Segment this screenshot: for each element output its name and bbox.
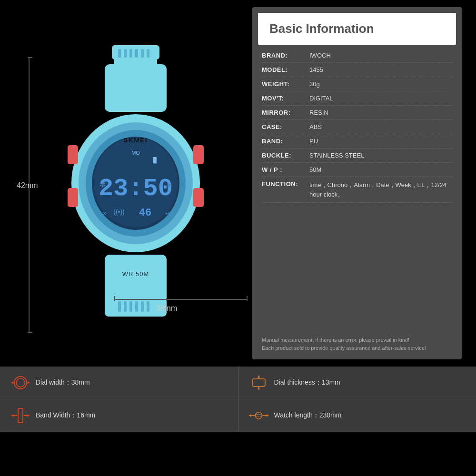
svg-text:MO: MO [131, 150, 140, 156]
info-panel: Basic Information BRAND: IWOCH MODEL: 14… [252, 7, 462, 359]
svg-text:✼: ✼ [99, 180, 106, 188]
brand-value: IWOCH [309, 52, 452, 59]
height-label: 42mm [17, 181, 38, 190]
svg-rect-36 [147, 301, 149, 312]
svg-rect-10 [68, 145, 78, 164]
movt-value: DIGITAL [309, 95, 452, 102]
svg-rect-5 [135, 49, 138, 58]
svg-rect-28 [105, 255, 167, 302]
svg-marker-47 [257, 388, 259, 390]
svg-text:↵: ↵ [165, 210, 170, 217]
svg-point-53 [255, 412, 262, 419]
specs-row-2: Band Width：16mm Watch length：230mm [0, 399, 476, 432]
watch-length-text: Watch length：230mm [274, 411, 342, 420]
svg-rect-34 [135, 301, 138, 312]
disclaimer-line1: Manual measurement, if there is an error… [262, 336, 452, 345]
buckle-row: BUCKLE: STAINLESS STEEL [262, 149, 452, 163]
svg-point-38 [16, 378, 25, 387]
watch-image-area: MO ▐▌ 23:50 ((•)) 46 ✼ ▶ ✕ ↵ SKMEI [52, 36, 219, 331]
dial-width-text: Dial width：38mm [36, 378, 90, 387]
dial-thickness-icon [248, 373, 269, 392]
case-value: ABS [309, 123, 452, 130]
svg-marker-42 [28, 381, 30, 384]
function-value: time，Chrono，Alarm，Date，Week，EL，12/24 hou… [309, 180, 452, 199]
height-measurement-line [29, 57, 30, 333]
model-label: MODEL: [262, 66, 309, 73]
svg-text:SKMEI: SKMEI [123, 137, 148, 144]
dial-width-icon [10, 373, 31, 392]
watch-length-icon [248, 406, 269, 425]
mirror-label: MIRROR: [262, 109, 309, 116]
band-value: PU [309, 138, 452, 145]
disclaimer: Manual measurement, if there is an error… [252, 331, 462, 359]
svg-text:46: 46 [139, 207, 151, 219]
svg-text:23:50: 23:50 [99, 175, 173, 203]
wp-value: 50M [309, 166, 452, 173]
svg-rect-43 [252, 379, 265, 387]
specs-bar: Dial width：38mm Dial thickness：13mm [0, 367, 476, 432]
svg-rect-31 [118, 301, 121, 312]
band-width-cell: Band Width：16mm [0, 399, 238, 432]
function-label: FUNCTION: [262, 180, 309, 188]
function-row: FUNCTION: time，Chrono，Alarm，Date，Week，EL… [262, 177, 452, 203]
svg-marker-52 [27, 414, 30, 417]
svg-rect-3 [124, 49, 127, 58]
svg-marker-45 [257, 376, 259, 378]
svg-rect-8 [105, 64, 167, 112]
wp-label: W / P : [262, 166, 309, 173]
movt-label: MOV'T: [262, 95, 309, 102]
brand-label: BRAND: [262, 52, 309, 59]
band-width-icon [10, 406, 31, 425]
svg-rect-2 [118, 49, 121, 58]
dial-thickness-cell: Dial thickness：13mm [238, 367, 476, 399]
svg-rect-6 [141, 49, 144, 58]
wp-row: W / P : 50M [262, 163, 452, 177]
brand-row: BRAND: IWOCH [262, 49, 452, 63]
buckle-value: STAINLESS STEEL [309, 152, 452, 159]
width-measurement-line [114, 299, 248, 300]
svg-text:▐▌: ▐▌ [151, 157, 159, 164]
svg-rect-12 [193, 145, 204, 164]
model-row: MODEL: 1455 [262, 63, 452, 77]
watch-section: 42mm [0, 0, 252, 367]
info-header: Basic Information [258, 13, 456, 45]
movt-row: MOV'T: DIGITAL [262, 91, 452, 106]
specs-row-1: Dial width：38mm Dial thickness：13mm [0, 367, 476, 399]
svg-marker-40 [11, 381, 13, 384]
svg-rect-33 [129, 301, 132, 312]
svg-rect-11 [68, 188, 78, 207]
band-row: BAND: PU [262, 134, 452, 149]
buckle-label: BUCKLE: [262, 152, 309, 159]
svg-text:✕: ✕ [102, 210, 107, 217]
svg-marker-58 [266, 414, 268, 416]
watch-length-cell: Watch length：230mm [238, 399, 476, 432]
weight-value: 30g [309, 80, 452, 88]
svg-rect-4 [129, 49, 132, 58]
svg-text:WR 50M: WR 50M [122, 270, 149, 278]
svg-rect-54 [256, 414, 262, 416]
mirror-value: RESIN [309, 109, 452, 116]
svg-rect-13 [193, 188, 204, 207]
width-label: 38mm [156, 304, 177, 313]
svg-rect-35 [141, 301, 144, 312]
basic-info-title: Basic Information [269, 21, 445, 36]
disclaimer-line2: Each product sold to provide quality ass… [262, 344, 452, 353]
svg-text:▶: ▶ [168, 181, 172, 188]
case-label: CASE: [262, 123, 309, 130]
band-width-text: Band Width：16mm [36, 411, 95, 420]
watch-svg: MO ▐▌ 23:50 ((•)) 46 ✼ ▶ ✕ ↵ SKMEI [57, 40, 214, 326]
weight-row: WEIGHT: 30g [262, 77, 452, 91]
model-value: 1455 [309, 66, 452, 73]
dial-width-cell: Dial width：38mm [0, 367, 238, 399]
svg-marker-56 [248, 414, 251, 416]
band-label: BAND: [262, 138, 309, 145]
info-rows: BRAND: IWOCH MODEL: 1455 WEIGHT: 30g MOV… [252, 45, 462, 331]
svg-rect-32 [124, 301, 127, 312]
case-row: CASE: ABS [262, 120, 452, 134]
svg-rect-7 [147, 49, 149, 58]
svg-rect-48 [18, 408, 23, 423]
dial-thickness-text: Dial thickness：13mm [274, 378, 340, 387]
svg-marker-50 [11, 414, 14, 417]
svg-text:((•)): ((•)) [113, 208, 125, 216]
mirror-row: MIRROR: RESIN [262, 106, 452, 120]
